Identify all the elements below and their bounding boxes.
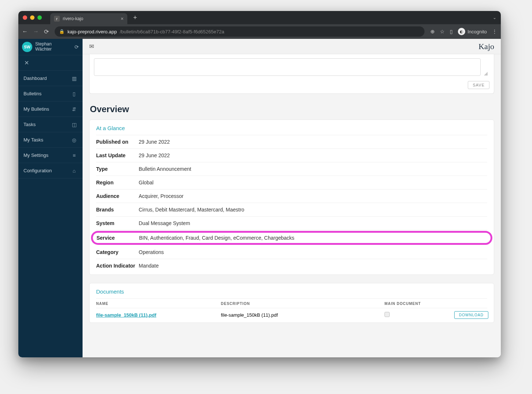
glance-value: 29 June 2022 [139,139,487,145]
glance-key: Service [96,235,139,241]
incognito-badge: ◐ Incognito [458,28,487,35]
sidebar-item-configuration[interactable]: Configuration⌂ [18,163,83,178]
url-field[interactable]: 🔒 kajo-preprod.rivero.app/bulletin/b6ca8… [55,26,424,37]
sidebar-item-tasks[interactable]: Tasks◫ [18,117,83,132]
glance-key: Brands [96,207,139,213]
doc-header-main: MAIN DOCUMENT [385,302,454,306]
main-document-checkbox[interactable] [385,312,390,317]
brand-label: Kajo [478,42,494,51]
glance-value: Acquirer, Processor [139,193,487,199]
tab-close-icon[interactable]: × [121,16,124,22]
glance-value: Cirrus, Debit Mastercard, Mastercard, Ma… [139,207,487,213]
glance-key: Action Indicator [96,263,139,269]
sidebar-item-icon: ⇵ [71,106,77,112]
window-min-dot[interactable] [30,15,34,20]
profile-section[interactable]: SW Stephan Wächter ⟳ [18,39,83,55]
documents-title: Documents [96,288,487,299]
sidebar-item-label: Tasks [23,122,68,127]
glance-value: Dual Message System [139,220,487,226]
glance-row-service: ServiceBIN, Authentication, Fraud, Card … [91,231,492,245]
app-topbar: ✉ Kajo [83,39,501,54]
document-description: file-sample_150kB (11).pdf [221,312,385,318]
glance-value: Bulletin Announcement [139,166,487,172]
sidebar-item-label: My Tasks [23,137,68,143]
sidebar-item-my-tasks[interactable]: My Tasks◎ [18,132,83,148]
sidebar-item-label: Dashboard [23,76,68,81]
documents-card: Documents NAME DESCRIPTION MAIN DOCUMENT… [89,283,494,323]
glance-row-audience: AudienceAcquirer, Processor [96,189,487,203]
glance-row-published-on: Published on29 June 2022 [96,135,487,149]
download-button[interactable]: DOWNLOAD [454,311,488,319]
nav-back-icon[interactable]: ← [22,28,28,35]
sidebar-item-icon: ▥ [71,76,77,81]
overview-title: Overview [90,104,494,114]
glance-row-brands: BrandsCirrus, Debit Mastercard, Masterca… [96,203,487,217]
sidebar: SW Stephan Wächter ⟳ ✕ Dashboard▥Bulleti… [18,39,83,357]
document-link[interactable]: file-sample_150kB (11).pdf [96,312,156,318]
sidebar-item-my-settings[interactable]: My Settings≡ [18,148,83,163]
glance-value: BIN, Authentication, Fraud, Card Design,… [139,235,487,241]
save-button[interactable]: SAVE [468,81,489,89]
mail-icon[interactable]: ✉ [89,43,94,50]
zoom-icon[interactable]: ⊕ [430,29,435,34]
bookmark-icon[interactable]: ☆ [440,29,445,34]
sidebar-collapse[interactable]: ✕ [18,55,83,71]
browser-titlebar: r rivero-kajo × + ⌄ [18,11,501,24]
glance-key: Published on [96,139,139,145]
new-tab-button[interactable]: + [133,14,137,22]
notes-textarea[interactable] [94,58,481,76]
browser-window: r rivero-kajo × + ⌄ ← → ⟳ 🔒 kajo-preprod… [18,11,501,357]
panel-icon[interactable]: ▯ [450,29,453,34]
tabs-expand-icon[interactable]: ⌄ [493,15,496,20]
doc-header-name: NAME [96,302,221,306]
resize-grip-icon[interactable] [484,72,488,76]
sidebar-item-dashboard[interactable]: Dashboard▥ [18,71,83,86]
glance-value: Mandate [139,263,487,269]
glance-row-last-update: Last Update29 June 2022 [96,149,487,162]
window-close-dot[interactable] [23,15,27,20]
avatar: SW [22,42,32,52]
traffic-lights [23,15,42,20]
lock-icon: 🔒 [59,29,65,34]
sidebar-item-icon: ▯ [71,91,77,97]
incognito-label: Incognito [467,29,487,34]
glance-row-system: SystemDual Message System [96,217,487,230]
sidebar-item-icon: ◫ [71,122,77,128]
glance-key: System [96,220,139,226]
sidebar-item-my-bulletins[interactable]: My Bulletins⇵ [18,102,83,117]
documents-header-row: NAME DESCRIPTION MAIN DOCUMENT [96,299,487,308]
browser-addressbar: ← → ⟳ 🔒 kajo-preprod.rivero.app/bulletin… [18,24,501,39]
glance-key: Last Update [96,152,139,158]
glance-key: Type [96,166,139,172]
glance-key: Category [96,249,139,255]
at-a-glance-card: At a Glance Published on29 June 2022Last… [89,119,494,275]
main-content: ✉ Kajo SAVE Overview At a Glance Publi [83,39,501,357]
sidebar-item-icon: ⌂ [71,168,77,174]
glance-row-type: TypeBulletin Announcement [96,162,487,176]
glance-value: Global [139,180,487,185]
sidebar-item-bulletins[interactable]: Bulletins▯ [18,86,83,102]
nav-forward-icon[interactable]: → [33,28,39,35]
document-row: file-sample_150kB (11).pdffile-sample_15… [96,308,487,322]
window-max-dot[interactable] [37,15,42,20]
sidebar-item-label: My Settings [23,152,68,158]
glance-row-region: RegionGlobal [96,176,487,189]
menu-icon[interactable]: ⋮ [492,29,497,34]
notes-card: SAVE [89,54,494,94]
glance-key: Audience [96,193,139,199]
url-path: /bulletin/b6ca871b-cb77-49f2-8af5-f6d652… [120,29,224,34]
user-name: Stephan Wächter [35,42,72,52]
nav-reload-icon[interactable]: ⟳ [44,28,49,35]
at-a-glance-title: At a Glance [96,125,487,135]
glance-row-action-indicator: Action IndicatorMandate [96,259,487,272]
favicon-icon: r [54,16,60,22]
sidebar-item-label: My Bulletins [23,106,68,112]
doc-header-desc: DESCRIPTION [221,302,385,306]
glance-value: 29 June 2022 [139,152,487,158]
browser-tab[interactable]: r rivero-kajo × [50,13,127,24]
refresh-icon[interactable]: ⟳ [74,44,79,50]
glance-key: Region [96,180,139,185]
incognito-icon: ◐ [458,28,465,35]
glance-value: Operations [139,249,487,255]
sidebar-item-label: Configuration [23,168,68,173]
